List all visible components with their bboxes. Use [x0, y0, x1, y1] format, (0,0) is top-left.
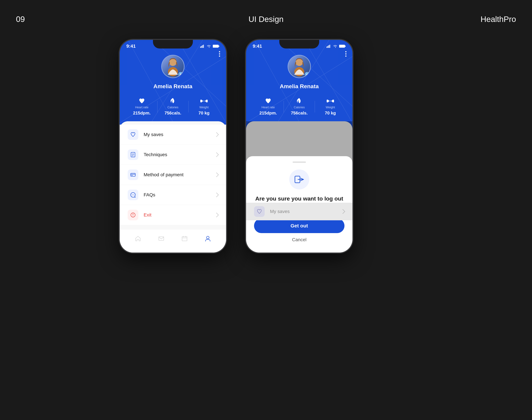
phone-content-left: My saves Techniques — [120, 121, 226, 253]
svg-rect-10 — [213, 45, 218, 47]
status-time-left: 9:41 — [126, 44, 136, 49]
menu-item-techniques[interactable]: Techniques — [120, 145, 226, 165]
chevron-my-saves — [214, 132, 219, 137]
techniques-label: Techniques — [144, 152, 215, 157]
my-saves-dimmed-icon-svg — [256, 209, 262, 214]
bottom-nav-left — [120, 229, 226, 253]
payment-icon-wrap — [128, 169, 138, 180]
exit-icon — [130, 212, 136, 218]
notch-right — [279, 40, 319, 48]
svg-rect-33 — [182, 237, 187, 241]
svg-point-31 — [133, 216, 133, 216]
svg-rect-32 — [159, 237, 164, 240]
avatar-circle-right — [288, 55, 311, 78]
svg-rect-45 — [329, 45, 329, 48]
chevron-payment — [214, 172, 219, 177]
chevron-exit — [214, 213, 219, 217]
my-saves-icon-wrap — [128, 129, 138, 140]
heart-icon-right — [265, 98, 271, 104]
chevron-faqs — [214, 193, 219, 197]
svg-rect-46 — [329, 45, 330, 48]
heart-icon-left — [139, 98, 145, 104]
profile-icon-active — [204, 235, 211, 242]
user-name-left: Amelia Renata — [154, 83, 192, 90]
weight-value-left: 70 kg — [199, 110, 210, 116]
svg-rect-8 — [203, 45, 204, 48]
menu-item-my-saves[interactable]: My saves — [120, 125, 226, 145]
weight-label-right: Weight — [326, 106, 335, 109]
nav-home-left[interactable] — [134, 235, 142, 242]
app-name: HealthPro — [481, 15, 516, 24]
logout-icon — [293, 173, 305, 185]
svg-rect-5 — [200, 46, 201, 48]
svg-rect-56 — [329, 101, 332, 101]
menu-item-exit[interactable]: Exit — [120, 205, 226, 225]
my-saves-dimmed-label: My saves — [270, 209, 341, 214]
dot-3 — [219, 56, 220, 57]
user-name-right: Amelia Renata — [280, 83, 319, 90]
payment-label: Method of payment — [144, 172, 215, 178]
my-saves-dimmed-icon — [254, 206, 265, 217]
exit-icon-wrap — [128, 210, 138, 220]
menu-item-faqs[interactable]: FAQs — [120, 185, 226, 205]
svg-rect-23 — [131, 173, 135, 176]
faqs-icon — [130, 192, 136, 198]
svg-rect-54 — [328, 100, 329, 102]
nav-mail-left[interactable] — [157, 235, 165, 242]
svg-rect-25 — [131, 175, 133, 176]
cancel-button[interactable]: Cancel — [292, 237, 306, 242]
svg-rect-49 — [345, 45, 346, 47]
menu-list-left: My saves Techniques — [120, 121, 226, 228]
signal-icon — [200, 45, 205, 48]
heart-value-right: 215dpm. — [259, 110, 277, 116]
svg-rect-6 — [201, 46, 202, 48]
stats-row-left: Heart rate 215dpm. Calories 756cals. — [120, 93, 226, 120]
calories-value-left: 756cals. — [164, 110, 181, 116]
phone-right: 9:41 — [246, 40, 352, 253]
wifi-icon — [206, 44, 211, 48]
stat-calories-left: Calories 756cals. — [157, 98, 188, 116]
get-out-label: Get out — [291, 223, 308, 229]
svg-rect-55 — [332, 100, 333, 102]
svg-rect-11 — [219, 45, 219, 47]
mail-icon — [157, 235, 165, 242]
status-icons-right — [327, 44, 346, 48]
svg-rect-44 — [328, 46, 328, 48]
avatar-badge-right — [305, 72, 310, 77]
dumbbell-icon-right — [326, 98, 334, 104]
heart-label-left: Heart rate — [135, 106, 148, 109]
dot-r-3 — [345, 56, 346, 57]
svg-point-26 — [133, 195, 133, 195]
calories-value-right: 756cals. — [291, 110, 308, 116]
three-dots-right[interactable] — [345, 51, 346, 57]
weight-value-right: 70 kg — [325, 110, 336, 116]
exit-label: Exit — [144, 212, 215, 218]
signal-icon-right — [327, 45, 331, 48]
stat-weight-right: Weight 70 kg — [315, 98, 346, 116]
modal-handle — [293, 162, 306, 163]
dot-r-2 — [345, 53, 346, 55]
nav-calendar-left[interactable] — [181, 235, 188, 242]
avatar-right[interactable] — [288, 55, 311, 78]
my-saves-icon — [130, 132, 136, 137]
svg-point-28 — [134, 195, 134, 195]
avatar-badge-left — [179, 72, 183, 77]
phone-left: 9:41 — [120, 40, 226, 253]
three-dots-left[interactable] — [219, 51, 220, 57]
avatar-left[interactable] — [161, 55, 185, 78]
heart-label-right: Heart rate — [262, 106, 275, 109]
battery-icon-right — [339, 45, 346, 48]
status-icons-left — [200, 44, 219, 48]
faqs-label: FAQs — [144, 192, 215, 197]
menu-item-payment[interactable]: Method of payment — [120, 165, 226, 185]
wifi-icon-right — [333, 44, 338, 48]
flame-icon-left — [170, 98, 176, 104]
get-out-button[interactable]: Get out — [254, 218, 344, 233]
stat-weight-left: Weight 70 kg — [188, 98, 219, 116]
chevron-my-saves-dimmed — [341, 209, 345, 214]
dot-2 — [219, 53, 220, 55]
nav-profile-left[interactable] — [204, 235, 211, 242]
svg-point-27 — [132, 195, 132, 195]
stat-heart-right: Heart rate 215dpm. — [253, 98, 284, 116]
modal-icon-wrap — [289, 169, 309, 189]
